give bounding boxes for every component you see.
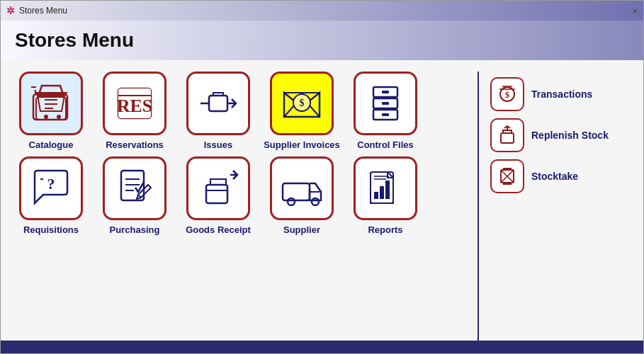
svg-point-2	[44, 115, 48, 119]
svg-rect-19	[283, 183, 310, 200]
svg-rect-24	[380, 186, 384, 199]
vertical-divider	[478, 72, 479, 341]
svg-point-3	[57, 115, 61, 119]
requisitions-icon: ?	[28, 165, 74, 212]
reservations-label: Reservations	[106, 139, 164, 151]
svg-point-20	[288, 198, 295, 205]
supplier-label: Supplier	[283, 224, 320, 236]
issues-icon-box	[186, 72, 250, 135]
stocktake-icon-box	[490, 159, 524, 193]
transactions-icon-box: $	[490, 77, 524, 111]
catalogue-icon	[28, 80, 74, 127]
replenish-stock-item[interactable]: Replenish Stock	[490, 118, 632, 152]
supplier-invoices-item[interactable]: $ Supplier Invoices	[263, 72, 341, 151]
svg-rect-14	[382, 102, 389, 105]
window: ✲ Stores Menu × Stores Menu	[0, 0, 644, 354]
transactions-item[interactable]: $ Transactions	[490, 77, 632, 111]
svg-rect-23	[374, 192, 378, 199]
replenish-stock-label: Replenish Stock	[531, 130, 609, 141]
icon-row-2: ? Requisitions	[12, 156, 466, 236]
requisitions-label: Requisitions	[23, 224, 79, 236]
close-button[interactable]: ×	[632, 6, 638, 16]
purchasing-label: Purchasing	[110, 224, 160, 236]
svg-rect-18	[206, 185, 227, 203]
reports-label: Reports	[368, 224, 402, 236]
app-icon: ✲	[6, 5, 15, 16]
svg-text:$: $	[505, 90, 509, 100]
goods-receipt-item[interactable]: Goods Receipt	[179, 156, 257, 236]
stocktake-icon	[495, 164, 519, 188]
control-files-label: Control Files	[357, 139, 413, 151]
supplier-icon-box	[270, 156, 334, 220]
reports-icon	[362, 165, 409, 212]
title-bar-text: Stores Menu	[19, 6, 67, 16]
catalogue-item[interactable]: Catalogue	[12, 72, 90, 151]
goods-receipt-icon-box	[186, 156, 250, 220]
supplier-invoices-label: Supplier Invoices	[264, 139, 340, 151]
requisitions-icon-box: ?	[19, 156, 83, 220]
supplier-item[interactable]: Supplier	[263, 156, 341, 236]
stocktake-label: Stocktake	[531, 171, 578, 182]
control-files-icon-box	[354, 72, 417, 135]
goods-receipt-icon	[195, 165, 242, 212]
main-grid: Catalogue RES Reservations	[12, 72, 466, 341]
purchasing-icon-box	[103, 156, 166, 220]
supplier-invoices-icon: $	[278, 80, 325, 127]
reservations-item[interactable]: RES Reservations	[96, 72, 174, 151]
title-bar-left: ✲ Stores Menu	[6, 5, 67, 16]
transactions-label: Transactions	[531, 88, 592, 100]
svg-rect-15	[382, 113, 389, 116]
replenish-stock-icon	[495, 123, 519, 147]
icon-row-1: Catalogue RES Reservations	[12, 72, 466, 151]
control-files-item[interactable]: Control Files	[346, 72, 424, 151]
control-files-icon	[362, 80, 409, 127]
content-area: Catalogue RES Reservations	[1, 60, 643, 341]
replenish-stock-icon-box	[490, 118, 524, 152]
supplier-icon	[278, 165, 325, 212]
header: Stores Menu	[1, 21, 643, 60]
transactions-icon: $	[495, 82, 519, 106]
requisitions-item[interactable]: ? Requisitions	[12, 156, 90, 236]
purchasing-icon	[111, 165, 158, 212]
svg-point-21	[312, 198, 319, 205]
title-bar: ✲ Stores Menu ×	[1, 1, 643, 21]
issues-icon	[195, 80, 242, 127]
issues-item[interactable]: Issues	[179, 72, 257, 151]
svg-rect-28	[501, 133, 514, 143]
catalogue-label: Catalogue	[29, 139, 74, 151]
reservations-icon-box: RES	[103, 72, 166, 135]
svg-rect-7	[209, 96, 227, 111]
svg-rect-13	[382, 91, 389, 93]
reservations-icon: RES	[111, 80, 158, 127]
svg-text:$: $	[300, 98, 305, 108]
svg-rect-25	[385, 181, 390, 199]
supplier-invoices-icon-box: $	[270, 72, 334, 135]
bottom-bar	[1, 341, 643, 353]
catalogue-icon-box	[19, 72, 83, 135]
sidebar: $ Transactions Replenish Stock	[490, 72, 632, 341]
svg-text:RES: RES	[117, 96, 153, 116]
issues-label: Issues	[204, 139, 232, 151]
page-title: Stores Menu	[15, 29, 629, 52]
stocktake-item[interactable]: Stocktake	[490, 159, 632, 193]
goods-receipt-label: Goods Receipt	[186, 224, 251, 236]
reports-item[interactable]: Reports	[346, 156, 424, 236]
svg-text:?: ?	[47, 175, 55, 193]
purchasing-item[interactable]: Purchasing	[96, 156, 174, 236]
reports-icon-box	[354, 156, 417, 220]
